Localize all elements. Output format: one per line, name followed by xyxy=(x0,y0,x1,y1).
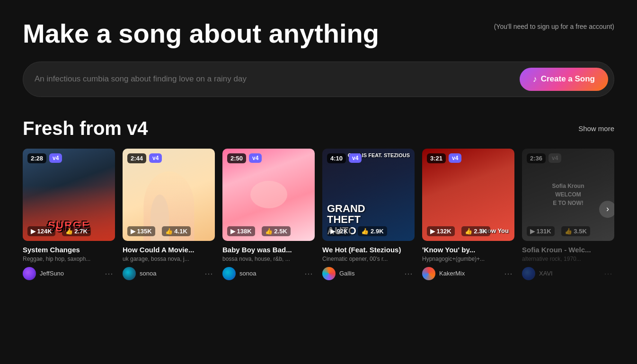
username: sonoa xyxy=(239,270,299,277)
version-badge: v4 xyxy=(249,153,262,163)
username: Gallis xyxy=(339,270,398,277)
duration-badge: 2:50 xyxy=(227,153,246,163)
username: JeffSuno xyxy=(40,270,99,277)
search-input[interactable] xyxy=(35,74,514,84)
card-footer: KakerMix ⋯ xyxy=(422,267,514,280)
card-subtitle: alternative rock, 1970... xyxy=(522,256,614,262)
card-title: 'Know You' by... xyxy=(422,246,514,254)
card-badges: 2:44 v4 xyxy=(127,153,162,163)
version-badge: v4 xyxy=(149,153,162,163)
card-stats: ▶ 92K 👍 2.9K xyxy=(327,226,410,236)
more-options-button[interactable]: ⋯ xyxy=(302,269,315,278)
page-container: Make a song about anything (You'll need … xyxy=(0,0,637,299)
duration-badge: 2:44 xyxy=(127,153,146,163)
card-thumbnail[interactable]: 2:44 v4 ▶ 135K 👍 4.1K xyxy=(123,149,215,241)
create-button-label: Create a Song xyxy=(541,74,595,84)
card-badges: 3:21 v4 xyxy=(427,153,461,163)
card-thumbnail[interactable]: Know You 3:21 v4 ▶ 132K 👍 2.3K xyxy=(422,149,514,241)
song-card[interactable]: grandtheftauto GALLIS FEAT. STEZIOUS 4:1… xyxy=(322,149,415,280)
duration-badge: 2:36 xyxy=(527,153,546,163)
card-title: How Could A Movie... xyxy=(123,246,215,254)
card-thumbnail[interactable]: SURGE 2:28 v4 ▶ 124K 👍 2.7K xyxy=(23,149,115,241)
avatar xyxy=(23,267,36,280)
avatar xyxy=(522,267,535,280)
card-subtitle: uk garage, bossa nova, j... xyxy=(123,256,215,262)
avatar xyxy=(422,267,435,280)
card-title: Sofia Kroun - Welc... xyxy=(522,246,614,254)
cards-container: SURGE 2:28 v4 ▶ 124K 👍 2.7K System Chang… xyxy=(23,149,614,280)
card-subtitle: bossa nova, house, r&b, ... xyxy=(222,256,315,262)
version-badge: v4 xyxy=(49,153,62,163)
like-count: 👍 3.5K xyxy=(561,226,590,236)
play-count: ▶ 131K xyxy=(527,226,555,236)
card-title: Baby Boy was Bad... xyxy=(222,246,315,254)
duration-badge: 4:10 xyxy=(327,153,346,163)
card-stats: ▶ 138K 👍 2.5K xyxy=(227,226,310,236)
card-footer: sonoa ⋯ xyxy=(222,267,315,280)
like-count: 👍 2.3K xyxy=(461,226,490,236)
search-bar: ♪ Create a Song xyxy=(23,62,614,97)
card-title: System Changes xyxy=(23,246,115,254)
like-count: 👍 2.5K xyxy=(262,226,291,236)
card-badges: 2:50 v4 xyxy=(227,153,262,163)
version-badge: v4 xyxy=(449,153,461,163)
card-thumbnail[interactable]: Sofia KrounWELCOME TO NOW! 2:36 v4 ▶ 131… xyxy=(522,149,614,241)
card-footer: XAVI ⋯ xyxy=(522,267,614,280)
like-count: 👍 4.1K xyxy=(162,226,191,236)
card-title: We Hot (Feat. Stezious) xyxy=(322,246,415,254)
card-subtitle: Cinematic opener, 00's r... xyxy=(322,256,415,262)
next-arrow-button[interactable]: › xyxy=(599,201,614,218)
card-thumbnail[interactable]: grandtheftauto GALLIS FEAT. STEZIOUS 4:1… xyxy=(322,149,415,241)
song-card[interactable]: SURGE 2:28 v4 ▶ 124K 👍 2.7K System Chang… xyxy=(23,149,115,280)
card-stats: ▶ 131K 👍 3.5K xyxy=(527,226,610,236)
card-badges: 2:36 v4 xyxy=(527,153,561,163)
card-footer: JeffSuno ⋯ xyxy=(23,267,115,280)
play-count: ▶ 135K xyxy=(127,226,155,236)
song-card[interactable]: 2:44 v4 ▶ 135K 👍 4.1K How Could A Movie.… xyxy=(123,149,215,280)
card-stats: ▶ 132K 👍 2.3K xyxy=(427,226,510,236)
signup-hint: (You'll need to sign up for a free accou… xyxy=(494,23,614,30)
more-options-button[interactable]: ⋯ xyxy=(402,269,415,278)
card-subtitle: Hypnagogic+(gumbe)+... xyxy=(422,256,514,262)
card-footer: sonoa ⋯ xyxy=(123,267,215,280)
card-stats: ▶ 124K 👍 2.7K xyxy=(27,226,110,236)
more-options-button[interactable]: ⋯ xyxy=(502,269,514,278)
music-icon: ♪ xyxy=(533,74,537,84)
section-title: Fresh from v4 xyxy=(23,118,148,139)
card-subtitle: Reggae, hip hop, saxoph... xyxy=(23,256,115,262)
song-card[interactable]: Know You 3:21 v4 ▶ 132K 👍 2.3K 'Know You… xyxy=(422,149,514,280)
like-count: 👍 2.9K xyxy=(358,226,387,236)
card-stats: ▶ 135K 👍 4.1K xyxy=(127,226,210,236)
more-options-button[interactable]: ⋯ xyxy=(602,269,614,278)
avatar xyxy=(123,267,136,280)
more-options-button[interactable]: ⋯ xyxy=(103,269,115,278)
create-song-button[interactable]: ♪ Create a Song xyxy=(520,68,608,91)
play-count: ▶ 132K xyxy=(427,226,455,236)
username: KakerMix xyxy=(439,270,498,277)
song-card[interactable]: 2:50 v4 ▶ 138K 👍 2.5K Baby Boy was Bad..… xyxy=(222,149,315,280)
username: sonoa xyxy=(140,270,199,277)
header: Make a song about anything (You'll need … xyxy=(23,19,614,48)
play-count: ▶ 124K xyxy=(27,226,55,236)
card-badges: 2:28 v4 xyxy=(27,153,62,163)
more-options-button[interactable]: ⋯ xyxy=(203,269,215,278)
version-badge: v4 xyxy=(349,153,362,163)
version-badge: v4 xyxy=(549,153,561,163)
duration-badge: 2:28 xyxy=(27,153,46,163)
like-count: 👍 2.7K xyxy=(62,226,91,236)
card-footer: Gallis ⋯ xyxy=(322,267,415,280)
show-more-button[interactable]: Show more xyxy=(578,124,614,133)
card-badges: 4:10 v4 xyxy=(327,153,362,163)
main-title: Make a song about anything xyxy=(23,19,379,48)
section-header: Fresh from v4 Show more xyxy=(23,118,614,139)
avatar xyxy=(322,267,336,280)
username: XAVI xyxy=(539,270,598,277)
avatar xyxy=(222,267,236,280)
duration-badge: 3:21 xyxy=(427,153,446,163)
play-count: ▶ 138K xyxy=(227,226,255,236)
play-count: ▶ 92K xyxy=(327,226,351,236)
card-thumbnail[interactable]: 2:50 v4 ▶ 138K 👍 2.5K xyxy=(222,149,315,241)
